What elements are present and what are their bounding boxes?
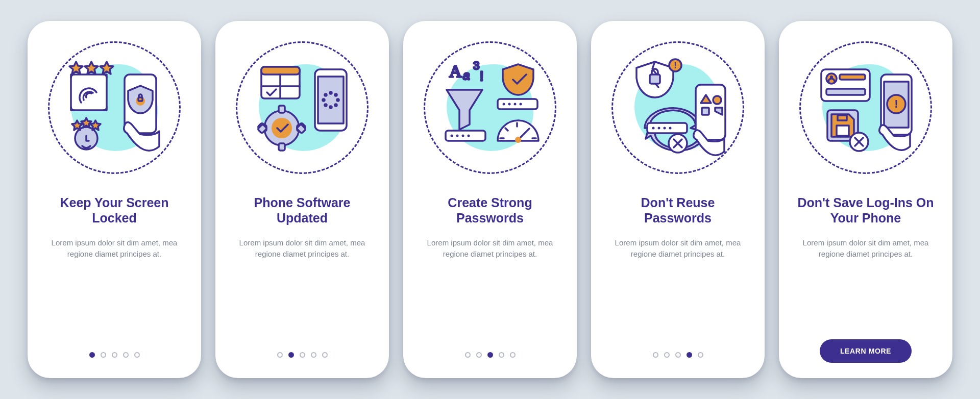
dot[interactable] <box>123 352 129 358</box>
page-indicator <box>89 352 140 358</box>
software-update-icon <box>243 49 361 166</box>
svg-text:3: 3 <box>473 59 479 72</box>
illustration: A a 3 ! <box>424 41 556 174</box>
slide-title: Create Strong Passwords <box>419 194 561 226</box>
dot[interactable] <box>510 352 516 358</box>
dot[interactable] <box>675 352 681 358</box>
svg-text:!: ! <box>674 61 676 70</box>
slide-body: Lorem ipsum dolor sit dim amet, mea regi… <box>424 237 556 260</box>
svg-point-34 <box>503 103 505 106</box>
svg-point-18 <box>272 118 292 138</box>
dot[interactable] <box>687 352 692 358</box>
dot[interactable] <box>277 352 283 358</box>
svg-point-54 <box>664 127 666 130</box>
svg-point-53 <box>658 127 660 130</box>
slide-title: Don't Reuse Passwords <box>606 194 749 226</box>
dot[interactable] <box>134 352 140 358</box>
svg-text:!: ! <box>894 97 898 110</box>
svg-rect-11 <box>279 143 285 151</box>
dot[interactable] <box>653 352 658 358</box>
page-indicator <box>277 352 328 358</box>
dot[interactable] <box>89 352 95 358</box>
illustration <box>48 41 181 174</box>
illustration: ! <box>799 41 932 174</box>
onboarding-slide-5[interactable]: ! Don't Save Log-Ins On Your Phone Lorem… <box>779 21 952 378</box>
svg-point-39 <box>451 135 453 137</box>
svg-point-35 <box>508 103 511 106</box>
dot[interactable] <box>322 352 328 358</box>
slide-body: Lorem ipsum dolor sit dim amet, mea regi… <box>611 237 744 260</box>
svg-point-24 <box>335 104 337 106</box>
dot[interactable] <box>698 352 703 358</box>
slide-title: Don't Save Log-Ins On Your Phone <box>794 194 937 226</box>
dot[interactable] <box>300 352 305 358</box>
svg-text:A: A <box>449 62 462 81</box>
svg-rect-66 <box>837 126 849 136</box>
svg-rect-64 <box>826 89 865 95</box>
no-save-login-icon: ! <box>807 49 924 166</box>
svg-rect-6 <box>261 67 300 74</box>
svg-point-23 <box>337 99 339 101</box>
onboarding-slide-1[interactable]: Keep Your Screen Locked Lorem ipsum dolo… <box>28 21 201 378</box>
svg-rect-59 <box>702 108 709 115</box>
svg-point-42 <box>468 135 470 137</box>
svg-point-55 <box>669 127 672 130</box>
learn-more-button[interactable]: LEARN MORE <box>820 339 912 363</box>
illustration: ! <box>611 41 744 174</box>
svg-point-41 <box>462 135 464 137</box>
dot[interactable] <box>112 352 117 358</box>
dot[interactable] <box>288 352 294 358</box>
dot[interactable] <box>476 352 482 358</box>
svg-rect-10 <box>279 106 285 113</box>
dot[interactable] <box>101 352 106 358</box>
svg-text:!: ! <box>480 68 483 84</box>
dot[interactable] <box>499 352 504 358</box>
svg-rect-63 <box>840 74 865 80</box>
dot[interactable] <box>311 352 316 358</box>
no-reuse-icon: ! <box>619 49 737 166</box>
illustration <box>236 41 369 174</box>
dot[interactable] <box>664 352 670 358</box>
svg-point-58 <box>713 96 721 104</box>
svg-point-36 <box>514 103 517 106</box>
dot[interactable] <box>465 352 471 358</box>
screen-lock-icon <box>56 49 173 166</box>
svg-point-21 <box>330 92 332 94</box>
strong-password-icon: A a 3 ! <box>431 49 549 166</box>
slide-body: Lorem ipsum dolor sit dim amet, mea regi… <box>236 237 369 260</box>
onboarding-slide-2[interactable]: Phone Software Updated Lorem ipsum dolor… <box>215 21 389 378</box>
svg-text:a: a <box>463 68 470 82</box>
svg-point-52 <box>652 127 655 130</box>
onboarding-slide-3[interactable]: A a 3 ! Create Strong Passwords Lorem ip… <box>403 21 577 378</box>
slide-body: Lorem ipsum dolor sit dim amet, mea regi… <box>48 237 181 260</box>
svg-point-40 <box>456 135 459 137</box>
slide-title: Phone Software Updated <box>231 194 374 226</box>
svg-point-37 <box>520 103 522 106</box>
svg-point-22 <box>335 94 337 96</box>
page-indicator <box>653 352 703 358</box>
slide-title: Keep Your Screen Locked <box>43 194 186 226</box>
onboarding-slide-4[interactable]: ! Don't Reuse Passwords Lorem ipsum dolo… <box>591 21 765 378</box>
svg-point-25 <box>330 106 332 108</box>
slide-body: Lorem ipsum dolor sit dim amet, mea regi… <box>799 237 932 260</box>
dot[interactable] <box>487 352 493 358</box>
svg-rect-48 <box>650 74 660 84</box>
svg-point-43 <box>515 137 521 143</box>
page-indicator <box>465 352 516 358</box>
